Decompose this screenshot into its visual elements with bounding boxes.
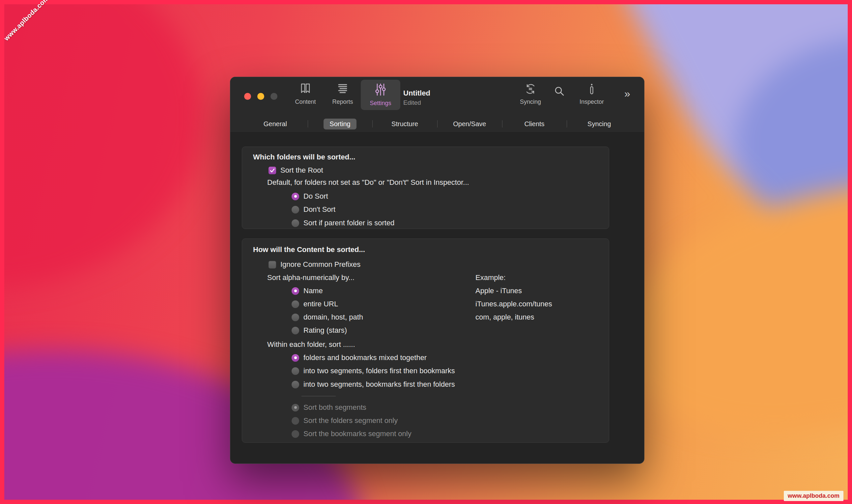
app-window: Content Reports Settings Untitled Edited (230, 77, 645, 464)
radio-button (292, 354, 299, 362)
tab-syncing[interactable]: Syncing (567, 118, 632, 130)
within-folder-label: Within each folder, sort ...... (267, 340, 355, 349)
sort-by-label: Sort alpha-numerically by... (267, 273, 355, 283)
tab-structure[interactable]: Structure (372, 118, 437, 130)
tab-label: Open/Save (447, 119, 492, 129)
radio-button (292, 193, 299, 200)
radio-folders-segment-only: Sort the folders segment only (292, 416, 398, 426)
toolbar-overflow-button[interactable]: » (624, 88, 630, 99)
radio-label: into two segments, bookmarks first then … (304, 380, 455, 389)
radio-sort-both-segments: Sort both segments (292, 402, 366, 412)
toolbar-item-label: Inspector (580, 99, 604, 105)
tab-label: Syncing (581, 119, 617, 129)
radio-sort-if-parent[interactable]: Sort if parent folder is sorted (292, 218, 394, 228)
screenshot-frame: www.aplboda.com www.aplboda.com Content … (0, 0, 852, 504)
window-title: Untitled (403, 89, 430, 97)
tab-sorting[interactable]: Sorting (308, 118, 373, 130)
radio-button (292, 404, 299, 411)
search-button[interactable] (554, 86, 565, 99)
watermark-bottom-right: www.aplboda.com (784, 491, 844, 501)
toolbar-item-label: Reports (332, 99, 353, 105)
checkbox (269, 261, 276, 268)
toolbar-item-inspector[interactable]: Inspector (572, 83, 612, 105)
radio-do-sort[interactable]: Do Sort (292, 192, 328, 201)
toolbar-item-reports[interactable]: Reports (323, 83, 362, 105)
radio-bookmarks-segment-only: Sort the bookmarks segment only (292, 429, 412, 439)
example-row: Apple - iTunes (475, 286, 522, 296)
sync-icon (524, 83, 537, 96)
settings-sliders-icon (374, 83, 387, 98)
zoom-button[interactable] (271, 93, 277, 100)
content-sort-groupbox: How will the Content be sorted... Ignore… (242, 238, 609, 443)
checkbox (269, 167, 276, 174)
example-row: com, apple, itunes (475, 312, 534, 322)
radio-bookmarks-first[interactable]: into two segments, bookmarks first then … (292, 379, 455, 389)
radio-name[interactable]: Name (292, 286, 323, 296)
toolbar-item-label: Settings (370, 100, 391, 106)
radio-button (292, 367, 299, 375)
example-header: Example: (475, 273, 506, 283)
radio-label: Sort the folders segment only (304, 416, 398, 425)
window-edited-status: Edited (403, 99, 430, 106)
reports-icon (336, 83, 349, 96)
radio-label: Sort the bookmarks segment only (304, 430, 412, 438)
tab-clients[interactable]: Clients (502, 118, 567, 130)
radio-button (292, 301, 299, 308)
tab-label: General (258, 119, 293, 129)
section-title: How will the Content be sorted... (253, 246, 365, 254)
segment-divider (302, 396, 336, 396)
radio-button (292, 381, 299, 389)
inspector-icon (585, 83, 598, 96)
example-row: iTunes.apple.com/tunes (475, 299, 552, 309)
toolbar-item-syncing[interactable]: Syncing (511, 83, 550, 105)
radio-button (292, 417, 299, 425)
radio-label: Don't Sort (304, 205, 336, 214)
radio-label: entire URL (304, 300, 338, 308)
traffic-lights (244, 93, 277, 100)
radio-mixed-together[interactable]: folders and bookmarks mixed together (292, 353, 427, 363)
checkbox-label: Sort the Root (280, 166, 323, 175)
radio-button (292, 313, 299, 321)
search-icon (554, 93, 565, 98)
radio-entire-url[interactable]: entire URL (292, 299, 338, 309)
radio-label: Rating (stars) (304, 326, 347, 335)
default-sort-description: Default, for folders not set as "Do" or … (267, 178, 469, 187)
toolbar-item-content[interactable]: Content (286, 83, 325, 105)
close-button[interactable] (244, 93, 251, 100)
folders-sort-groupbox: Which folders will be sorted... Sort the… (242, 147, 609, 229)
tab-label: Structure (385, 119, 424, 129)
checkbox-label: Ignore Common Prefixes (280, 260, 360, 269)
tab-label: Clients (518, 119, 550, 129)
radio-label: into two segments, folders first then bo… (304, 367, 455, 375)
radio-button (292, 219, 299, 227)
ignore-prefixes-checkbox-row[interactable]: Ignore Common Prefixes (269, 259, 360, 269)
window-title-block: Untitled Edited (403, 89, 430, 106)
tab-general[interactable]: General (243, 118, 308, 130)
minimize-button[interactable] (257, 93, 264, 100)
radio-label: domain, host, path (304, 313, 363, 322)
radio-rating-stars[interactable]: Rating (stars) (292, 325, 347, 335)
radio-button (292, 206, 299, 214)
toolbar-item-settings[interactable]: Settings (361, 80, 400, 110)
toolbar-item-label: Syncing (520, 99, 541, 105)
radio-dont-sort[interactable]: Don't Sort (292, 204, 336, 214)
tab-label: Sorting (324, 119, 356, 129)
toolbar-item-label: Content (295, 99, 315, 105)
bookmarks-icon (299, 83, 312, 96)
radio-button (292, 327, 299, 334)
radio-label: Sort if parent folder is sorted (304, 219, 394, 227)
checkmark-icon (270, 168, 275, 173)
radio-button (292, 430, 299, 438)
radio-folders-first[interactable]: into two segments, folders first then bo… (292, 366, 455, 376)
radio-label: Name (304, 287, 323, 295)
sort-root-checkbox-row[interactable]: Sort the Root (269, 165, 323, 175)
radio-domain-host-path[interactable]: domain, host, path (292, 312, 363, 322)
radio-button (292, 287, 299, 295)
window-toolbar[interactable]: Content Reports Settings Untitled Edited (230, 77, 644, 133)
tab-open-save[interactable]: Open/Save (437, 118, 502, 130)
radio-label: Sort both segments (304, 403, 366, 412)
section-title: Which folders will be sorted... (253, 153, 355, 161)
settings-tab-bar: General Sorting Structure Open/Save Clie… (243, 116, 632, 131)
radio-label: folders and bookmarks mixed together (304, 354, 427, 362)
radio-label: Do Sort (304, 192, 328, 201)
